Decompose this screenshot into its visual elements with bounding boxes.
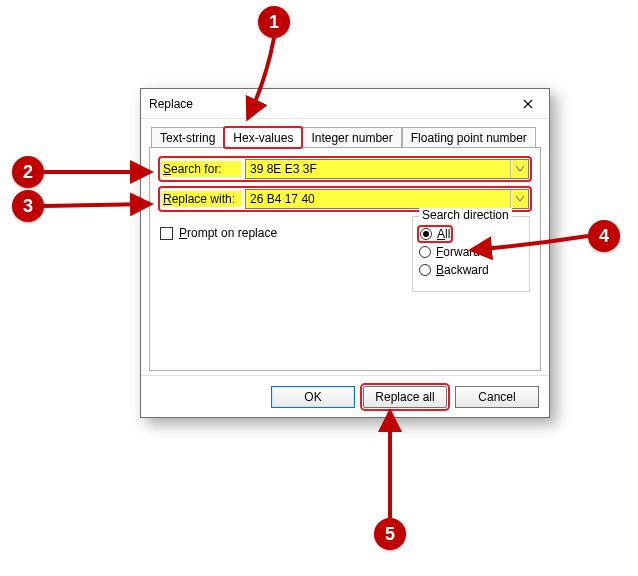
row-replace-highlight: Replace with: 26 B4 17 40 <box>160 188 530 210</box>
replace-all-button[interactable]: Replace all <box>363 386 447 408</box>
search-for-label: Search for: <box>161 161 241 177</box>
search-for-value: 39 8E E3 3F <box>250 162 510 176</box>
tab-text-string[interactable]: Text-string <box>151 127 224 148</box>
radio-all-label: All <box>437 227 450 241</box>
accel: P <box>179 226 187 240</box>
replace-with-label: Replace with: <box>161 191 241 207</box>
prompt-checkbox[interactable] <box>160 227 173 240</box>
prompt-label: Prompt on replace <box>179 226 277 240</box>
replace-with-input[interactable]: 26 B4 17 40 <box>245 189 529 209</box>
radio-all-highlight: All <box>419 227 451 241</box>
accel: B <box>436 263 444 277</box>
close-icon[interactable] <box>513 93 543 115</box>
cancel-button-label: Cancel <box>478 390 515 404</box>
callout-1: 1 <box>258 6 290 38</box>
replace-all-label: Replace all <box>375 390 434 404</box>
replace-dialog: Replace Text-string Hex-values Integer n… <box>140 88 550 418</box>
row-search-highlight: Search for: 39 8E E3 3F <box>160 158 530 180</box>
radio-forward-label: Forward <box>436 245 480 259</box>
tab-label: Floating point number <box>411 131 527 145</box>
radio-all[interactable] <box>420 228 432 240</box>
chevron-down-icon[interactable] <box>510 160 528 178</box>
row-replace: Replace with: 26 B4 17 40 <box>160 188 530 210</box>
replace-with-value: 26 B4 17 40 <box>250 192 510 206</box>
chevron-down-icon[interactable] <box>510 190 528 208</box>
ok-button[interactable]: OK <box>271 386 355 408</box>
tab-panel: Search for: 39 8E E3 3F Replace with: 26… <box>149 147 541 371</box>
radio-backward-label: Backward <box>436 263 489 277</box>
row-search: Search for: 39 8E E3 3F <box>160 158 530 180</box>
tab-floating-point[interactable]: Floating point number <box>402 127 536 148</box>
callout-2: 2 <box>12 156 44 188</box>
ok-button-label: OK <box>304 390 321 404</box>
accel: A <box>437 227 445 241</box>
accel: S <box>163 162 171 176</box>
callout-3: 3 <box>12 190 44 222</box>
tab-label: Integer number <box>311 131 392 145</box>
button-bar: OK Replace all Cancel <box>141 375 549 417</box>
callout-5: 5 <box>374 518 406 550</box>
cancel-button[interactable]: Cancel <box>455 386 539 408</box>
search-for-input[interactable]: 39 8E E3 3F <box>245 159 529 179</box>
radio-forward[interactable] <box>419 246 431 258</box>
radio-row-backward[interactable]: Backward <box>419 263 523 277</box>
tab-strip: Text-string Hex-values Integer number Fl… <box>151 125 541 147</box>
tab-hex-values[interactable]: Hex-values <box>224 127 302 148</box>
radio-row-all[interactable]: All <box>419 227 523 241</box>
dialog-client: Text-string Hex-values Integer number Fl… <box>149 125 541 371</box>
tab-label: Hex-values <box>233 131 293 145</box>
window-title: Replace <box>149 97 193 111</box>
callout-4: 4 <box>588 220 620 252</box>
tab-integer-number[interactable]: Integer number <box>302 127 401 148</box>
accel: R <box>163 192 172 206</box>
radio-row-forward[interactable]: Forward <box>419 245 523 259</box>
direction-group: Search direction All Forward Backward <box>412 216 530 292</box>
titlebar: Replace <box>141 89 549 119</box>
radio-backward[interactable] <box>419 264 431 276</box>
direction-group-label: Search direction <box>419 208 512 222</box>
tab-label: Text-string <box>160 131 215 145</box>
